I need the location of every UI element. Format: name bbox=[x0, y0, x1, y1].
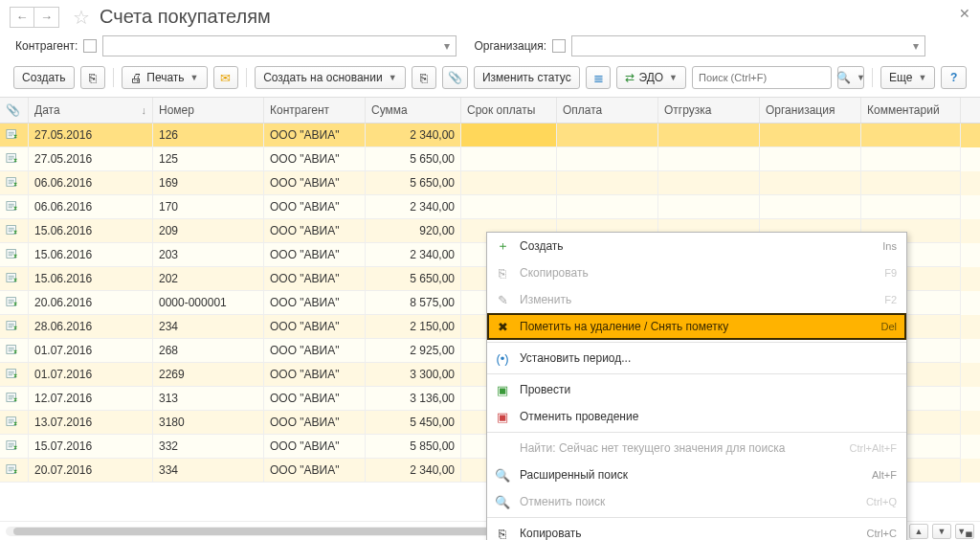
list-view-button[interactable] bbox=[586, 66, 612, 89]
more-label: Еще bbox=[889, 71, 912, 84]
ctx-cancel-find-label: Отменить поиск bbox=[520, 495, 857, 508]
cell-number: 234 bbox=[153, 315, 264, 339]
ctx-mark-delete[interactable]: ✖ Пометить на удаление / Снять пометку D… bbox=[487, 313, 906, 340]
cell-counterparty: ООО "АВИА" bbox=[264, 459, 366, 483]
ctx-set-period-label: Установить период... bbox=[520, 351, 897, 365]
search-box[interactable]: × bbox=[692, 66, 832, 89]
print-button-label: Печать bbox=[146, 71, 184, 84]
search-input[interactable] bbox=[693, 72, 836, 83]
copy-icon bbox=[89, 71, 97, 85]
table-row[interactable]: 06.06.2016170ООО "АВИА"2 340,00 bbox=[0, 195, 980, 219]
cell-date: 15.06.2016 bbox=[29, 243, 153, 267]
copy-icon: ⎘ bbox=[495, 265, 510, 281]
col-comment[interactable]: Комментарий bbox=[861, 98, 961, 123]
cell-counterparty: ООО "АВИА" bbox=[264, 435, 366, 459]
counterparty-combo[interactable]: ▾ bbox=[102, 35, 457, 56]
cell-payment bbox=[557, 171, 658, 195]
cell-counterparty: ООО "АВИА" bbox=[264, 219, 366, 243]
row-doc-icon bbox=[0, 435, 29, 459]
organization-combo[interactable]: ▾ bbox=[571, 35, 925, 56]
nav-forward-button[interactable]: → bbox=[34, 7, 59, 28]
col-shipment[interactable]: Отгрузка bbox=[658, 98, 760, 123]
paperclip-icon bbox=[6, 103, 20, 117]
scroll-down-button[interactable]: ▼ bbox=[932, 524, 951, 539]
cell-number: 202 bbox=[153, 267, 264, 291]
attach-button[interactable] bbox=[442, 66, 468, 89]
cell-comment bbox=[861, 147, 961, 171]
close-icon[interactable]: ✕ bbox=[959, 6, 970, 21]
related-docs-button[interactable] bbox=[412, 66, 437, 89]
cell-number: 209 bbox=[153, 219, 264, 243]
table-row[interactable]: 27.05.2016126ООО "АВИА"2 340,00 bbox=[0, 124, 980, 147]
row-doc-icon bbox=[0, 339, 29, 363]
unpost-icon: ▣ bbox=[495, 409, 510, 424]
cell-counterparty: ООО "АВИА" bbox=[264, 411, 366, 435]
help-button[interactable] bbox=[941, 66, 967, 89]
counterparty-checkbox[interactable] bbox=[83, 39, 97, 53]
cell-sum: 920,00 bbox=[366, 219, 461, 243]
col-payment[interactable]: Оплата bbox=[557, 98, 658, 123]
row-doc-icon bbox=[0, 363, 29, 387]
ctx-create-shortcut: Ins bbox=[882, 240, 897, 252]
ctx-set-period[interactable]: (•) Установить период... bbox=[487, 345, 906, 371]
col-attach[interactable] bbox=[0, 98, 29, 123]
ctx-post-label: Провести bbox=[520, 383, 897, 396]
printer-icon bbox=[130, 71, 143, 85]
table-row[interactable]: 06.06.2016169ООО "АВИА"5 650,00 bbox=[0, 171, 980, 195]
col-sum[interactable]: Сумма bbox=[366, 98, 461, 123]
cell-org bbox=[760, 195, 861, 219]
email-button[interactable] bbox=[213, 66, 239, 89]
cell-counterparty: ООО "АВИА" bbox=[264, 171, 366, 195]
ctx-find: Найти: Сейчас нет текущего значения для … bbox=[487, 435, 906, 461]
cell-number: 125 bbox=[153, 147, 264, 171]
table-row[interactable]: 27.05.2016125ООО "АВИА"5 650,00 bbox=[0, 147, 980, 171]
ctx-copy-clipboard[interactable]: ⎘ Копировать Ctrl+C bbox=[487, 520, 906, 540]
create-button-label: Создать bbox=[22, 71, 66, 84]
col-number[interactable]: Номер bbox=[153, 98, 264, 123]
ctx-copy2-label: Копировать bbox=[520, 527, 858, 540]
cell-counterparty: ООО "АВИА" bbox=[264, 147, 366, 171]
organization-checkbox[interactable] bbox=[552, 39, 566, 53]
more-button[interactable]: Еще▼ bbox=[880, 66, 935, 89]
favorite-star-icon[interactable]: ☆ bbox=[73, 8, 90, 27]
plus-icon: ＋ bbox=[495, 238, 510, 254]
row-doc-icon bbox=[0, 291, 29, 315]
row-doc-icon bbox=[0, 124, 29, 147]
scroll-bottom-button[interactable]: ▼▄ bbox=[955, 524, 974, 539]
col-org[interactable]: Организация bbox=[760, 98, 861, 123]
print-button[interactable]: Печать▼ bbox=[122, 66, 207, 89]
ctx-post[interactable]: ▣ Провести bbox=[487, 376, 906, 403]
create-on-basis-button[interactable]: Создать на основании▼ bbox=[255, 66, 405, 89]
edo-button[interactable]: ЭДО▼ bbox=[616, 66, 686, 89]
ctx-copy-label: Скопировать bbox=[520, 266, 875, 280]
cell-number: 126 bbox=[153, 124, 264, 147]
cell-sum: 5 450,00 bbox=[366, 411, 461, 435]
create-button[interactable]: Создать bbox=[13, 66, 75, 89]
ctx-mark-delete-label: Пометить на удаление / Снять пометку bbox=[520, 320, 871, 333]
cell-number: 334 bbox=[153, 459, 264, 483]
scroll-up-button[interactable]: ▲ bbox=[909, 524, 928, 539]
ctx-adv-find[interactable]: 🔍 Расширенный поиск Alt+F bbox=[487, 461, 906, 488]
cell-counterparty: ООО "АВИА" bbox=[264, 124, 366, 147]
ctx-create[interactable]: ＋ Создать Ins bbox=[487, 233, 906, 259]
nav-back-button[interactable]: ← bbox=[10, 7, 34, 28]
col-due[interactable]: Срок оплаты bbox=[461, 98, 557, 123]
cell-date: 28.06.2016 bbox=[29, 315, 153, 339]
copy-doc-button[interactable] bbox=[80, 66, 106, 89]
cell-sum: 2 340,00 bbox=[366, 124, 461, 147]
col-date[interactable]: Дата bbox=[29, 98, 153, 123]
cell-due bbox=[461, 195, 557, 219]
cell-counterparty: ООО "АВИА" bbox=[264, 315, 366, 339]
ctx-adv-find-shortcut: Alt+F bbox=[872, 469, 897, 481]
cell-date: 06.06.2016 bbox=[29, 171, 153, 195]
cell-number: 3180 bbox=[153, 411, 264, 435]
col-counterparty[interactable]: Контрагент bbox=[264, 98, 366, 123]
organization-label: Организация: bbox=[474, 39, 546, 53]
change-status-button[interactable]: Изменить статус bbox=[474, 66, 580, 89]
cell-shipment bbox=[658, 195, 760, 219]
cell-shipment bbox=[658, 124, 760, 147]
ctx-unpost[interactable]: ▣ Отменить проведение bbox=[487, 403, 906, 430]
ctx-adv-find-label: Расширенный поиск bbox=[520, 468, 862, 482]
search-button[interactable]: ▼ bbox=[837, 66, 864, 89]
cell-date: 20.07.2016 bbox=[29, 459, 153, 483]
